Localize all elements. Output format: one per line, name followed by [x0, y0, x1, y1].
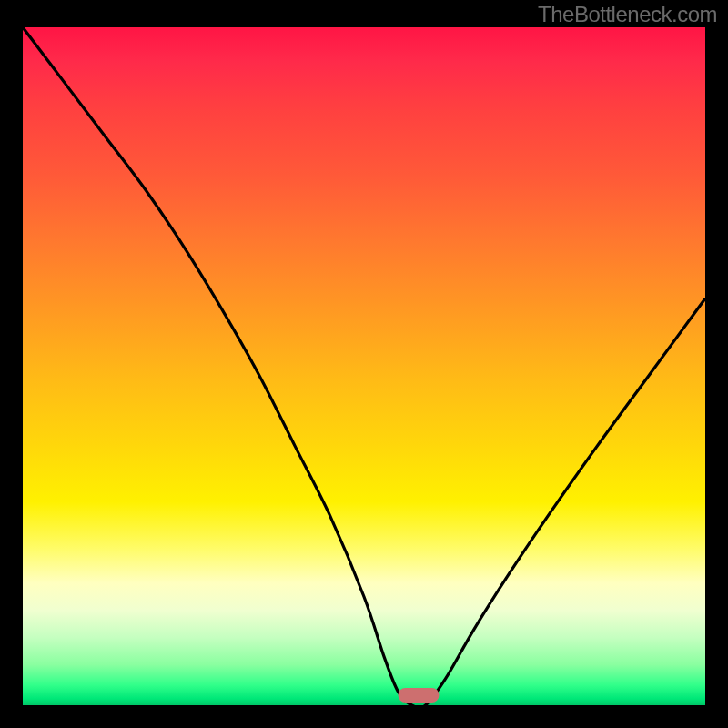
watermark-text: TheBottleneck.com	[538, 2, 717, 27]
optimal-marker	[399, 688, 440, 703]
bottleneck-curve	[23, 27, 705, 705]
chart-container: TheBottleneck.com	[0, 0, 728, 728]
plot-area	[23, 27, 705, 705]
